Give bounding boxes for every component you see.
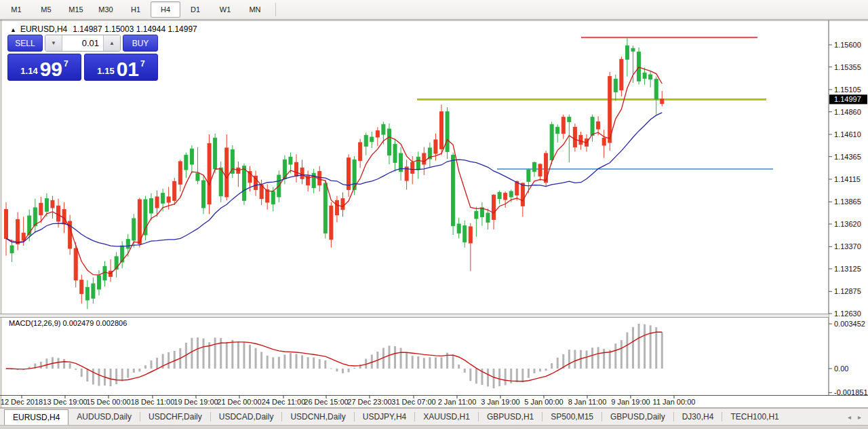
macd-axis-labels: 0.0034520.00-0.001851 [829,320,868,396]
svg-text:11 Jan 00:00: 11 Jan 00:00 [653,398,696,406]
chart-tab-bar: EURUSD,H4AUDUSD,DailyUSDCHF,DailyUSDCAD,… [0,408,868,425]
svg-text:-0.001851: -0.001851 [834,388,868,396]
timeframe-button-m30[interactable]: M30 [91,1,121,18]
svg-text:24 Dec 11:00: 24 Dec 11:00 [262,398,306,406]
bid-price-pane[interactable]: 1.14 99 7 [7,54,81,81]
volume-spinner: ▼ 0.01 ▲ [45,35,121,52]
svg-text:19 Dec 19:00: 19 Dec 19:00 [174,398,218,406]
timeframe-button-w1[interactable]: W1 [210,1,240,18]
chart-tab-audusd-daily[interactable]: AUDUSD,Daily [68,409,140,425]
svg-text:1.13370: 1.13370 [834,242,861,250]
svg-text:31 Dec 07:00: 31 Dec 07:00 [391,398,435,406]
svg-text:1.13620: 1.13620 [834,220,861,228]
chart-tab-usdcnh-daily[interactable]: USDCNH,Daily [282,409,353,425]
chart-tab-gbpusd-h1[interactable]: GBPUSD,H1 [479,409,542,425]
ask-price-pane[interactable]: 1.15 01 7 [84,54,158,81]
svg-text:1.15105: 1.15105 [834,86,861,94]
buy-button[interactable]: BUY [123,35,158,52]
svg-text:27 Dec 23:00: 27 Dec 23:00 [347,398,391,406]
toolbar-separator [275,3,276,16]
svg-text:1.12875: 1.12875 [834,287,861,295]
timeframe-button-d1[interactable]: D1 [180,1,210,18]
ask-price-pips: 01 [117,60,139,78]
svg-text:1.12630: 1.12630 [834,310,861,318]
timeframe-button-h1[interactable]: H1 [121,1,151,18]
chart-tab-xauusd-h1[interactable]: XAUUSD,H1 [415,409,478,425]
bid-price-prefix: 1.14 [20,66,37,76]
timeframe-button-m15[interactable]: M15 [61,1,91,18]
svg-text:18 Dec 11:00: 18 Dec 11:00 [131,398,175,406]
svg-text:5 Jan 00:00: 5 Jan 00:00 [524,398,564,406]
svg-text:3 Jan 19:00: 3 Jan 19:00 [481,398,520,406]
timeframe-button-m1[interactable]: M1 [1,1,31,18]
svg-text:1.15600: 1.15600 [834,41,861,49]
sell-button[interactable]: SELL [7,35,43,52]
svg-text:1.13125: 1.13125 [834,265,861,273]
chart-tab-sp500-m15[interactable]: SP500,M15 [542,409,601,425]
chart-tab-usdcad-daily[interactable]: USDCAD,Daily [211,409,282,425]
chart-title: ▲EURUSD,H41.14987 1.15003 1.14944 1.1499… [10,24,197,34]
macd-histogram [5,324,663,388]
chart-symbol: EURUSD,H4 [20,24,67,34]
price-axis-labels: 1.156001.153551.151051.148601.146101.143… [829,41,867,318]
volume-increase-button[interactable]: ▲ [103,35,120,51]
ask-price-prefix: 1.15 [97,66,114,76]
time-axis-labels: 12 Dec 201813 Dec 19:0015 Dec 00:0018 De… [1,396,696,406]
chart-window: 1.156001.153551.151051.148601.146101.143… [0,20,868,408]
svg-text:1.14997: 1.14997 [834,95,861,103]
timeframe-button-h4[interactable]: H4 [151,1,180,18]
svg-text:0.00: 0.00 [834,365,848,373]
svg-text:1.14610: 1.14610 [834,130,861,138]
chart-tab-eurusd-h4[interactable]: EURUSD,H4 [4,409,68,425]
svg-text:13 Dec 19:00: 13 Dec 19:00 [43,398,87,406]
bid-price-pips: 99 [40,60,62,78]
svg-text:26 Dec 15:00: 26 Dec 15:00 [304,398,348,406]
bid-price-point: 7 [64,59,68,69]
svg-text:12 Dec 2018: 12 Dec 2018 [1,398,43,406]
tab-scroll-right-icon[interactable]: ▸ [858,413,861,421]
volume-input[interactable]: 0.01 [62,35,103,51]
macd-indicator-label: MACD(12,26,9) 0.002479 0.002806 [9,319,127,327]
svg-text:1.14365: 1.14365 [834,153,861,161]
svg-text:1.13865: 1.13865 [834,198,861,206]
svg-text:1.14860: 1.14860 [834,108,861,116]
status-strip [0,425,868,429]
ask-price-point: 7 [140,59,145,69]
timeframe-button-m5[interactable]: M5 [31,1,61,18]
collapse-triangle-icon[interactable]: ▲ [10,26,16,33]
chart-tab-usdjpy-h4[interactable]: USDJPY,H4 [355,409,414,425]
tab-scroll-left-icon[interactable]: ◂ [848,413,851,421]
svg-text:2 Jan 11:00: 2 Jan 11:00 [438,398,477,406]
chart-tab-dj30-h4[interactable]: DJ30,H4 [674,409,722,425]
timeframe-button-mn[interactable]: MN [240,1,270,18]
svg-text:1.14115: 1.14115 [834,175,861,183]
chart-ohlc-values: 1.14987 1.15003 1.14944 1.14997 [73,24,197,34]
svg-text:0.003452: 0.003452 [834,320,865,328]
tab-scroll-controls: ◂▸ [848,409,868,425]
svg-text:8 Jan 11:00: 8 Jan 11:00 [568,398,607,406]
timeframe-toolbar: M1M5M15M30H1H4D1W1MN [0,0,868,20]
svg-text:21 Dec 00:00: 21 Dec 00:00 [217,398,261,406]
svg-text:9 Jan 19:00: 9 Jan 19:00 [611,398,650,406]
svg-text:15 Dec 00:00: 15 Dec 00:00 [86,398,130,406]
volume-decrease-button[interactable]: ▼ [45,35,62,51]
chart-tab-tech100-h1[interactable]: TECH100,H1 [722,409,787,425]
chart-tab-usdchf-daily[interactable]: USDCHF,Daily [140,409,210,425]
chart-tab-gbpusd-daily[interactable]: GBPUSD,Daily [602,409,673,425]
svg-text:1.15355: 1.15355 [834,63,861,71]
one-click-trade-panel: SELL ▼ 0.01 ▲ BUY 1.14 99 7 1.15 01 7 [7,35,158,81]
